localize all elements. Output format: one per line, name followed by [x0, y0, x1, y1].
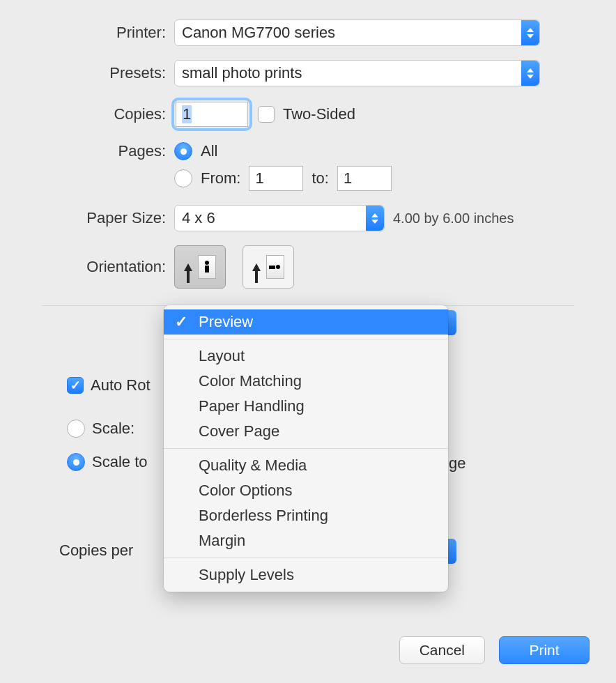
auto-rotate-checkbox[interactable]: [67, 377, 84, 394]
paper-size-detail: 4.00 by 6.00 inches: [393, 210, 514, 227]
copies-label: Copies:: [0, 105, 174, 123]
svg-rect-2: [269, 266, 275, 269]
updown-icon: [521, 20, 539, 45]
paper-size-value: 4 x 6: [182, 209, 215, 227]
menu-item-layout[interactable]: Layout: [164, 344, 448, 369]
menu-item-margin[interactable]: Margin: [164, 528, 448, 553]
pages-all-radio[interactable]: [174, 142, 192, 160]
copies-value: 1: [182, 105, 192, 123]
copies-per-label: Copies per: [59, 542, 133, 560]
printer-popup[interactable]: Canon MG7700 series: [174, 20, 540, 46]
updown-icon: [366, 206, 384, 231]
menu-item-supply-levels[interactable]: Supply Levels: [164, 562, 448, 588]
menu-item-cover-page[interactable]: Cover Page: [164, 419, 448, 444]
copies-field[interactable]: 1: [176, 102, 248, 127]
presets-popup[interactable]: small photo prints: [174, 60, 540, 86]
printer-value: Canon MG7700 series: [182, 24, 335, 42]
pages-to-label: to:: [311, 169, 328, 187]
paper-size-popup[interactable]: 4 x 6: [174, 205, 385, 231]
printer-label: Printer:: [0, 24, 174, 42]
pages-range-radio[interactable]: [174, 169, 192, 187]
menu-item-borderless[interactable]: Borderless Printing: [164, 503, 448, 528]
orientation-portrait[interactable]: [174, 245, 226, 289]
page-landscape-icon: [266, 255, 284, 279]
pages-all-label: All: [201, 142, 217, 160]
orientation-landscape[interactable]: [242, 245, 294, 289]
arrow-up-icon: [252, 263, 261, 271]
cancel-button[interactable]: Cancel: [399, 636, 485, 664]
arrow-up-icon: [184, 263, 192, 271]
feature-dropdown-menu: Preview Layout Color Matching Paper Hand…: [164, 305, 448, 592]
scale-to-suffix: ge: [449, 454, 465, 473]
pages-label: Pages:: [0, 142, 174, 160]
auto-rotate-label: Auto Rot: [91, 376, 151, 394]
copies-focus-ring: 1: [174, 100, 249, 128]
two-sided-label: Two-Sided: [283, 105, 355, 123]
scale-radio[interactable]: [67, 420, 85, 438]
pages-to-field[interactable]: 1: [337, 166, 392, 191]
paper-size-label: Paper Size:: [0, 209, 174, 227]
page-portrait-icon: [198, 255, 216, 279]
two-sided-checkbox[interactable]: [258, 106, 275, 123]
pages-from-label: From:: [201, 169, 240, 187]
pages-to-value: 1: [344, 169, 352, 187]
print-button[interactable]: Print: [499, 636, 590, 664]
updown-icon: [521, 61, 539, 86]
scale-to-label: Scale to: [92, 453, 148, 471]
menu-item-color-matching[interactable]: Color Matching: [164, 369, 448, 394]
pages-from-field[interactable]: 1: [249, 166, 303, 191]
scale-to-radio[interactable]: [67, 453, 85, 471]
pages-from-value: 1: [255, 169, 263, 187]
menu-item-preview[interactable]: Preview: [164, 309, 448, 335]
presets-label: Presets:: [0, 64, 174, 82]
menu-item-quality-media[interactable]: Quality & Media: [164, 453, 448, 478]
menu-item-paper-handling[interactable]: Paper Handling: [164, 394, 448, 419]
menu-item-color-options[interactable]: Color Options: [164, 478, 448, 503]
presets-value: small photo prints: [182, 64, 302, 82]
orientation-label: Orientation:: [0, 258, 174, 276]
svg-point-0: [205, 261, 209, 265]
scale-label: Scale:: [92, 420, 134, 438]
svg-point-3: [276, 265, 280, 269]
svg-rect-1: [205, 266, 209, 273]
